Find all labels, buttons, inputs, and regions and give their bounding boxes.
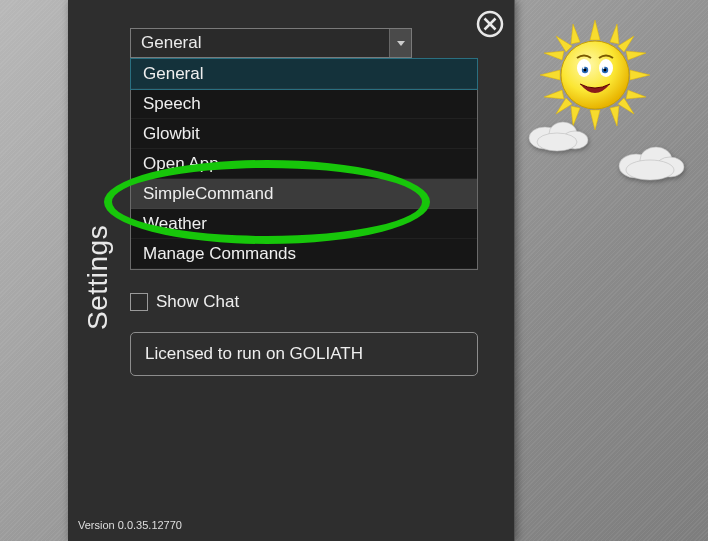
chevron-down-icon — [389, 29, 411, 57]
svg-point-26 — [583, 67, 585, 69]
cloud-icon — [612, 140, 690, 182]
svg-marker-15 — [626, 51, 646, 60]
svg-marker-13 — [544, 51, 564, 60]
dropdown-item-label: Manage Commands — [143, 244, 296, 264]
dropdown-item-speech[interactable]: Speech — [131, 89, 477, 119]
dropdown-item-general[interactable]: General — [131, 59, 477, 89]
svg-marker-16 — [626, 90, 646, 99]
license-text: Licensed to run on GOLIATH — [145, 344, 363, 364]
svg-marker-5 — [540, 70, 560, 80]
settings-panel: Settings General General Speech Glowbit … — [68, 0, 515, 541]
svg-point-25 — [604, 69, 607, 72]
svg-marker-14 — [544, 90, 564, 99]
svg-marker-12 — [610, 24, 619, 44]
category-dropdown-list: General Speech Glowbit Open App SimpleCo… — [130, 58, 478, 270]
category-dropdown[interactable]: General — [130, 28, 412, 58]
show-chat-row: Show Chat — [130, 292, 239, 312]
svg-marker-10 — [618, 98, 634, 114]
show-chat-checkbox[interactable] — [130, 293, 148, 311]
svg-point-24 — [584, 69, 587, 72]
panel-title: Settings — [82, 225, 114, 330]
svg-point-27 — [603, 67, 605, 69]
svg-marker-3 — [590, 20, 600, 40]
svg-marker-11 — [571, 24, 580, 44]
version-text: Version 0.0.35.12770 — [78, 519, 182, 531]
dropdown-item-simplecommand[interactable]: SimpleCommand — [131, 179, 477, 209]
svg-marker-6 — [630, 70, 650, 80]
dropdown-item-label: Weather — [143, 214, 207, 234]
close-button[interactable] — [476, 10, 504, 38]
svg-point-35 — [626, 160, 674, 180]
svg-marker-9 — [556, 98, 572, 114]
dropdown-item-label: Glowbit — [143, 124, 200, 144]
dropdown-item-label: SimpleCommand — [143, 184, 273, 204]
dropdown-item-label: Speech — [143, 94, 201, 114]
cloud-icon — [523, 114, 593, 154]
dropdown-item-glowbit[interactable]: Glowbit — [131, 119, 477, 149]
svg-marker-8 — [618, 36, 634, 52]
svg-point-19 — [561, 41, 629, 109]
dropdown-item-label: General — [143, 64, 203, 84]
svg-marker-18 — [610, 106, 619, 126]
dropdown-item-open-app[interactable]: Open App — [131, 149, 477, 179]
license-box: Licensed to run on GOLIATH — [130, 332, 478, 376]
category-dropdown-value: General — [141, 33, 201, 53]
close-icon — [476, 10, 504, 38]
svg-marker-7 — [556, 36, 572, 52]
dropdown-item-label: Open App — [143, 154, 219, 174]
dropdown-item-weather[interactable]: Weather — [131, 209, 477, 239]
svg-point-31 — [537, 133, 577, 151]
dropdown-item-manage-commands[interactable]: Manage Commands — [131, 239, 477, 269]
show-chat-label: Show Chat — [156, 292, 239, 312]
